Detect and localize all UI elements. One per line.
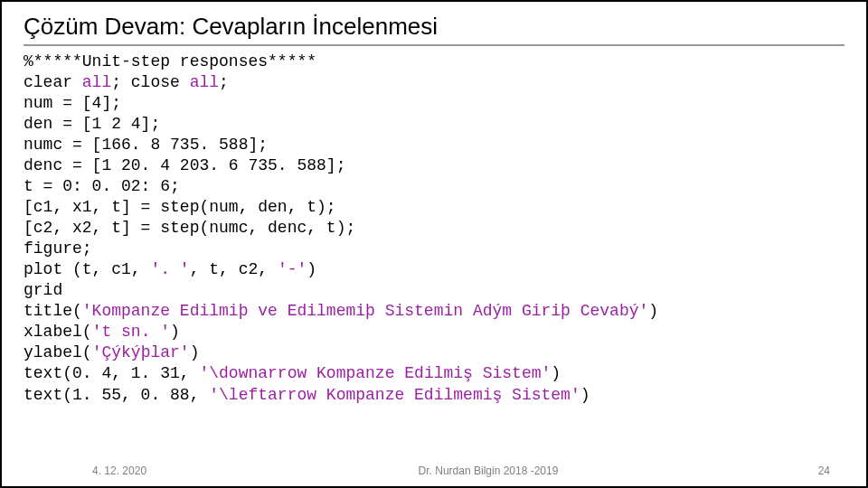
code-text: ) [648,302,658,320]
code-string: '\leftarrow Kompanze Edilmemiş Sistem' [209,386,580,404]
code-string: '\downarrow Kompanze Edilmiş Sistem' [199,364,551,382]
code-line: grid [24,281,62,299]
code-text: ylabel( [24,343,92,361]
code-line: den = [1 2 4]; [24,115,160,133]
code-line: t = 0: 0. 02: 6; [24,177,180,195]
code-line: %*****Unit-step responses***** [24,52,316,70]
code-text: text(0. 4, 1. 31, [24,364,199,382]
code-line: figure; [24,239,92,258]
code-text: ) [307,260,316,278]
code-keyword: all [190,73,219,91]
footer-author: Dr. Nurdan Bilgin 2018 -2019 [201,465,776,477]
code-keyword: all [82,73,111,91]
code-string: 'Çýkýþlar' [92,343,190,361]
slide-footer: 4. 12. 2020 Dr. Nurdan Bilgin 2018 -2019… [2,465,866,477]
code-line: numc = [166. 8 735. 588]; [24,136,268,154]
code-string: '-' [278,260,307,278]
code-line: clear [24,73,82,91]
code-string: '. ' [150,260,189,278]
code-block: %*****Unit-step responses***** clear all… [24,52,844,406]
code-text: ) [190,343,200,361]
slide-title: Çözüm Devam: Cevapların İncelenmesi [24,13,844,46]
code-text: xlabel( [24,323,92,341]
code-text: text(1. 55, 0. 88, [24,386,209,404]
code-text: ) [580,386,590,404]
footer-page: 24 [776,465,830,477]
code-text: ; [219,73,229,91]
code-line: [c1, x1, t] = step(num, den, t); [24,198,336,216]
code-text: ) [551,364,561,382]
code-line: [c2, x2, t] = step(numc, denc, t); [24,219,355,237]
code-text: , t, c2, [190,260,278,278]
code-string: 't sn. ' [92,323,170,341]
code-text: plot (t, c1, [24,260,150,278]
slide-frame: Çözüm Devam: Cevapların İncelenmesi %***… [0,0,868,488]
code-text: ) [170,323,180,341]
code-line: num = [4]; [24,94,121,112]
code-text: title( [24,302,82,320]
footer-date: 4. 12. 2020 [92,465,201,477]
code-text: ; close [111,73,189,91]
code-line: denc = [1 20. 4 203. 6 735. 588]; [24,156,345,174]
code-string: 'Kompanze Edilmiþ ve Edilmemiþ Sistemin … [82,302,649,320]
